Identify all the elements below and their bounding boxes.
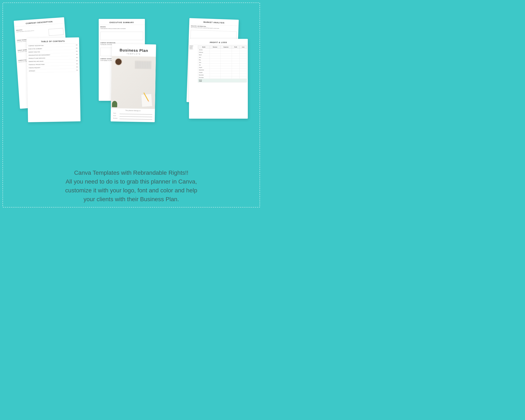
table-row: June xyxy=(198,61,247,64)
bp-email-field: Email xyxy=(113,115,152,117)
bp-email-line xyxy=(120,115,152,117)
bottom-text-area: Canva Templates with Rebrandable Rights!… xyxy=(0,168,262,204)
bottom-line4: your clients with their Business Plan. xyxy=(84,196,179,202)
pl-expenses xyxy=(220,74,232,76)
pl-expenses xyxy=(220,76,232,79)
toc-item-label: EXECUTIVE SUMMARY xyxy=(28,48,42,50)
pl-expenses xyxy=(220,71,232,74)
exec-company-label: COMPANY INFORMATION: xyxy=(100,42,143,44)
pl-loss xyxy=(240,74,247,76)
toc-item-label: PRODUCTS AND SERVICES xyxy=(28,57,45,59)
toc-item-page: XX xyxy=(76,47,77,49)
exec-mission-box xyxy=(100,32,143,40)
toc-item-page: XX xyxy=(76,66,78,68)
pl-loss xyxy=(240,56,247,59)
pl-revenue xyxy=(210,61,220,64)
pl-yearly-label: YearlyTotals xyxy=(198,79,210,83)
table-row: July xyxy=(198,64,247,66)
toc-item-label: ORGANIZATION AND MANAGEMENT xyxy=(28,54,50,56)
pl-month: August xyxy=(198,66,210,69)
bp-main-title: Business Plan xyxy=(115,48,153,53)
pl-target-area: TARGET:Specificsolution... xyxy=(189,45,197,83)
table-row: August xyxy=(198,66,247,69)
industry-box xyxy=(48,28,64,36)
exec-mission-label: MISSION: xyxy=(100,26,143,28)
toc-card: TABLE OF CONTENTS COMPANY DESCRIPTION XX… xyxy=(27,37,81,122)
pl-expenses xyxy=(220,54,232,56)
exec-mission-text: A brief statement of what your business … xyxy=(100,28,143,30)
bp-name-label: Name xyxy=(113,112,120,114)
profit-loss-body: TARGET:Specificsolution... Month Revenue… xyxy=(189,45,248,83)
toc-item-label: COMPANY DESCRIPTION xyxy=(28,45,44,47)
table-row: February xyxy=(198,51,247,54)
toc-item-page: XX xyxy=(76,51,78,52)
pl-yearly-loss xyxy=(240,79,247,83)
pl-revenue xyxy=(210,74,220,76)
pl-yearly-expenses xyxy=(220,79,232,83)
bp-cover-content: Business Plan TEMPLATE This planner belo… xyxy=(111,44,156,122)
pl-col-month: Month xyxy=(198,46,210,48)
pl-table-body: January February March April May June Ju… xyxy=(198,48,247,83)
toc-item-label: FINDING REQUEST xyxy=(29,67,40,68)
pl-col-expenses: Expenses xyxy=(220,46,232,48)
pl-month: July xyxy=(198,64,210,66)
pl-revenue xyxy=(210,76,220,79)
bp-image-area xyxy=(111,56,156,109)
toc-item-page: XX xyxy=(76,69,78,71)
table-row: March xyxy=(198,54,247,56)
pl-revenue xyxy=(210,51,220,54)
toc-item-page: XX xyxy=(76,57,78,58)
bp-desk-image xyxy=(111,56,156,109)
table-row: September xyxy=(198,69,247,71)
pl-profit xyxy=(232,48,240,51)
pl-profit xyxy=(232,61,240,64)
business-plan-cover-card: Business Plan TEMPLATE This planner belo… xyxy=(111,44,156,122)
pl-expenses xyxy=(220,56,232,59)
bp-email-label: Email xyxy=(113,115,120,116)
toc-item-page: XX xyxy=(76,63,78,65)
pl-revenue xyxy=(210,48,220,51)
bp-fields: Name Email Business xyxy=(111,112,155,122)
desk-keyboard-decoration xyxy=(135,60,152,69)
toc-item-page: XX xyxy=(76,54,78,55)
pl-loss xyxy=(240,61,247,64)
bp-business-label: Business xyxy=(113,117,120,119)
pl-month: February xyxy=(198,51,210,54)
pl-month: September xyxy=(198,69,210,71)
desk-plant-decoration xyxy=(112,101,117,107)
pl-expenses xyxy=(220,51,232,54)
toc-title: TABLE OF CONTENTS xyxy=(27,37,79,44)
pl-expenses xyxy=(220,69,232,71)
pl-profit xyxy=(232,71,240,74)
pl-col-loss: Loss xyxy=(240,46,247,48)
pl-revenue xyxy=(210,66,220,69)
bp-name-line xyxy=(120,112,152,115)
pl-profit xyxy=(232,56,240,59)
pl-expenses xyxy=(220,48,232,51)
pl-revenue xyxy=(210,54,220,56)
pl-table-wrapper: Month Revenue Expenses Profit Loss Janua… xyxy=(197,45,248,83)
pl-loss xyxy=(240,51,247,54)
table-row: November xyxy=(198,74,247,76)
toc-item-page: XX xyxy=(76,44,77,46)
pl-profit xyxy=(232,69,240,71)
pl-month: November xyxy=(198,74,210,76)
toc-item-label: MARKETING AND SALES xyxy=(28,61,44,62)
table-row: October xyxy=(198,71,247,74)
pl-month: January xyxy=(198,48,210,51)
pl-expenses xyxy=(220,64,232,66)
bottom-line1: Canva Templates with Rebrandable Rights!… xyxy=(74,169,188,176)
bp-business-line xyxy=(120,117,152,120)
profit-loss-card: PROFIT & LOSS TARGET:Specificsolution...… xyxy=(189,39,248,119)
table-row: May xyxy=(198,59,247,61)
bottom-text: Canva Templates with Rebrandable Rights!… xyxy=(17,168,246,204)
pl-expenses xyxy=(220,61,232,64)
pl-expenses xyxy=(220,66,232,69)
pl-profit xyxy=(232,51,240,54)
pl-expenses xyxy=(220,59,232,61)
documents-area: COMPANY DESCRIPTION INDUSTRY: A quick de… xyxy=(8,8,254,139)
pl-profit xyxy=(232,54,240,56)
desk-coffee-decoration xyxy=(115,58,122,65)
pl-loss xyxy=(240,69,247,71)
pl-totals-row: YearlyTotals xyxy=(198,79,247,83)
